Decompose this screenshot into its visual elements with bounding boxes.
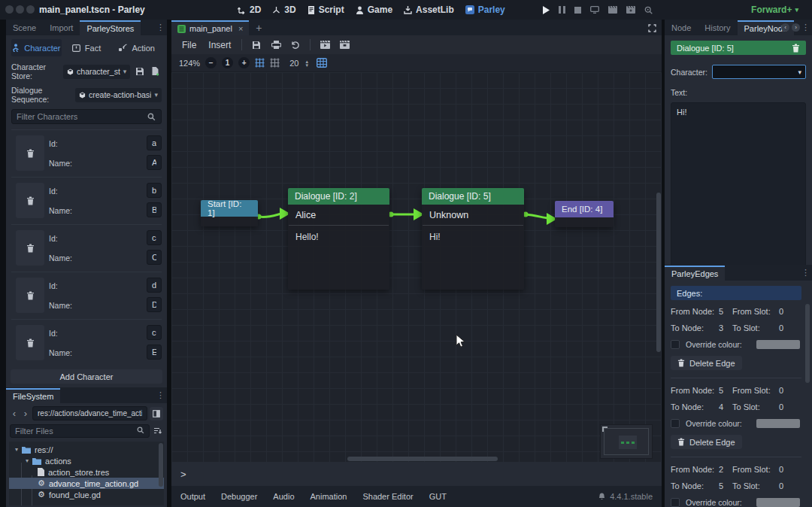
override-colour-checkbox[interactable] [671,340,680,349]
filter-characters-input[interactable] [11,109,162,124]
bottom-tab-debugger[interactable]: Debugger [221,492,257,501]
character-select[interactable]: ▾ [712,65,806,79]
graph-horizontal-scrollbar[interactable] [173,457,654,461]
filter-files-input[interactable] [10,424,150,438]
main-screen-parley[interactable]: Parley [465,5,505,15]
zoom-in-button[interactable]: + [238,57,250,68]
main-screen-3d[interactable]: 3D [272,5,295,15]
notification-bell-icon[interactable] [598,493,605,500]
print-dialogue-button[interactable] [268,38,284,53]
minimap-toggle-icon[interactable] [317,58,327,68]
zoom-reset-button[interactable]: 1 [222,57,233,68]
mode-fact-button[interactable]: Fact [62,39,112,56]
tree-scrollbar[interactable] [159,443,163,505]
tab-filesystem[interactable]: FileSystem [6,388,60,403]
graph-node-dialogue-5[interactable]: Dialogue [ID: 5] Unknown Hi! [422,188,524,290]
menu-insert[interactable]: Insert [204,40,235,50]
tree-item-file[interactable]: ⚙ found_clue.gd [9,489,164,500]
delete-edge-button[interactable]: Delete Edge [671,435,742,449]
main-screen-2d[interactable]: 2D [238,5,261,15]
colour-swatch[interactable] [756,419,800,428]
tree-item-actions[interactable]: ▾ actions [9,455,164,466]
mode-character-button[interactable]: Character [11,39,62,56]
play-button[interactable] [542,6,550,14]
dock-menu-icon[interactable]: ⋮ [156,390,165,400]
tree-collapse-icon[interactable]: ▾ [26,457,29,464]
tab-history[interactable]: History [698,20,737,35]
inspector-forward-button[interactable]: › [792,23,800,32]
graph-node-start[interactable]: Start [ID: 1] [201,200,258,226]
tab-import[interactable]: Import [43,20,80,35]
snap-toggle-icon[interactable] [255,58,265,68]
window-zoom-button[interactable] [26,5,35,14]
colour-swatch[interactable] [756,498,800,507]
dialogue-sequence-select[interactable]: create-action-basi ▾ [75,88,162,102]
tree-collapse-icon[interactable]: ▾ [15,446,18,453]
override-colour-checkbox[interactable] [671,498,680,507]
bottom-tab-shader-editor[interactable]: Shader Editor [362,492,413,501]
bottom-tab-output[interactable]: Output [180,492,205,501]
character-id-input[interactable] [147,183,162,198]
pause-button[interactable] [559,6,565,14]
renderer-select[interactable]: Forward+ ▾ [751,0,798,20]
edges-scrollbar[interactable] [805,304,810,504]
history-back-button[interactable]: ‹ [10,408,19,419]
character-store-select[interactable]: character_st ▾ [63,65,130,79]
character-name-input[interactable] [147,345,162,360]
test-dialogue-from-start-button[interactable] [336,38,353,53]
character-id-input[interactable] [147,278,162,293]
main-screen-script[interactable]: Script [308,5,344,15]
tab-node[interactable]: Node [665,20,698,35]
tab-parleyedges[interactable]: ParleyEdges [665,266,725,281]
dialogue-text-area[interactable]: Hi! [671,102,806,274]
dock-menu-icon[interactable]: ⋮ [156,23,165,32]
remote-debug-icon[interactable] [590,6,599,14]
grid-toggle-icon[interactable] [270,58,280,68]
delete-character-button[interactable] [16,183,44,218]
delete-node-button[interactable] [792,44,800,53]
delete-character-button[interactable] [16,230,44,266]
toggle-split-mode-button[interactable] [150,407,163,420]
dialogue-graph-canvas[interactable]: Start [ID: 1] Dialogue [ID: 2] Alice Hel… [171,72,662,462]
character-name-input[interactable] [147,202,162,217]
character-name-input[interactable] [147,155,162,170]
tab-parleystores[interactable]: ParleyStores [80,20,141,35]
bottom-tab-gut[interactable]: GUT [429,492,447,501]
main-screen-game[interactable]: Game [356,5,392,15]
history-forward-button[interactable]: › [21,408,30,419]
bottom-panel-expander[interactable]: > [171,462,662,486]
colour-swatch[interactable] [756,340,800,349]
tree-item-file-selected[interactable]: ⚙ advance_time_action.gd [9,478,164,489]
window-close-button[interactable] [5,5,14,14]
new-store-button[interactable] [150,65,162,79]
tab-scene[interactable]: Scene [6,20,43,35]
refresh-button[interactable] [287,38,304,53]
graph-minimap[interactable] [600,424,653,459]
character-id-input[interactable] [147,325,162,340]
new-tab-button[interactable]: + [249,20,268,35]
delete-character-button[interactable] [16,278,44,313]
override-colour-checkbox[interactable] [671,419,680,428]
movie-writer-icon[interactable] [626,6,635,14]
scene-tab-main-panel[interactable]: main_panel × [171,20,249,35]
save-store-button[interactable] [134,65,146,79]
delete-character-button[interactable] [16,325,44,360]
inspector-back-button[interactable]: ‹ [781,23,789,32]
menu-file[interactable]: File [177,40,201,50]
mode-action-button[interactable]: Action [111,39,162,56]
test-dialogue-button[interactable] [317,38,333,53]
graph-vertical-scrollbar[interactable] [656,74,661,454]
tree-item-res[interactable]: ▾ res:// [9,444,164,455]
delete-character-button[interactable] [16,135,44,171]
character-id-input[interactable] [147,135,162,150]
dock-menu-icon[interactable]: ⋮ [801,23,810,32]
graph-node-end[interactable]: End [ID: 4] [555,201,614,227]
window-minimize-button[interactable] [16,5,24,14]
tree-item-file[interactable]: action_store.tres [9,466,164,478]
delete-edge-button[interactable]: Delete Edge [671,356,742,370]
movie-maker-icon[interactable] [608,6,617,14]
save-dialogue-button[interactable] [248,38,265,53]
dock-menu-icon[interactable]: ⋮ [801,268,810,278]
bottom-tab-animation[interactable]: Animation [311,492,347,501]
add-character-button[interactable]: Add Character [11,369,162,384]
